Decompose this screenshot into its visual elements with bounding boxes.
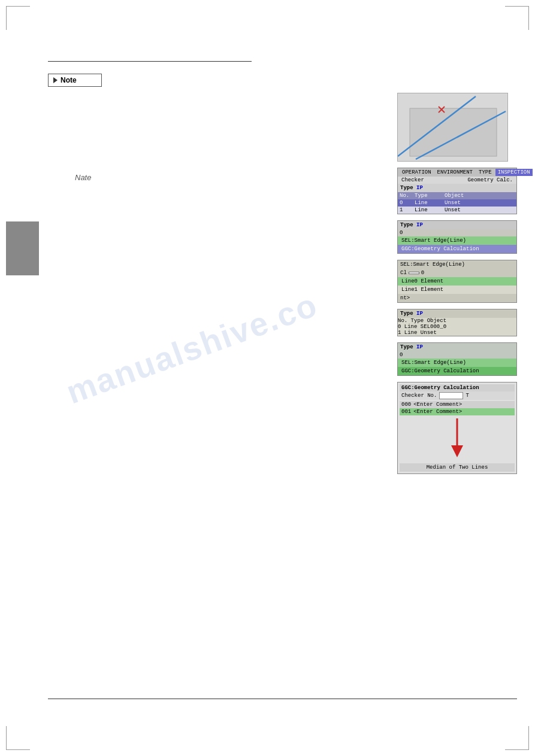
row-sel-ggc: GGC:Geometry Calculation [398, 245, 516, 253]
note-box: Note [48, 74, 102, 87]
checker-row: Checker Geometry Calc. [398, 177, 516, 184]
ss4-row1-obj: Unset [421, 330, 437, 336]
menu-operation: OPERATION [400, 169, 434, 176]
type-row-4: Type IP [398, 309, 516, 318]
ss3-value: 0 [421, 270, 424, 276]
geo-diagram [397, 93, 508, 162]
ss4-row1-type: Line [404, 330, 418, 336]
ss3-top-row: SEL:Smart Edge(Line) [398, 260, 516, 269]
ss3-elem0: Line0 Element [398, 277, 516, 286]
row-index-0: 0 [398, 229, 516, 236]
nate-label: Nate [75, 173, 91, 182]
row1-no: 1 [400, 207, 415, 213]
ss3-dropdown[interactable] [409, 272, 419, 274]
ss6-bottom-label: Median of Two Lines [400, 463, 515, 472]
type-value-4: IP [416, 311, 423, 317]
row0-obj: Unset [445, 200, 515, 206]
sidebar-block [6, 221, 39, 275]
ss4-row1-norm: 1 Line Unset [398, 330, 516, 336]
menu-bar: OPERATION ENVIRONMENT TYPE INSPECTION [398, 168, 516, 177]
screenshots-area: OPERATION ENVIRONMENT TYPE INSPECTION Ch… [397, 93, 517, 474]
screenshot-1: OPERATION ENVIRONMENT TYPE INSPECTION Ch… [397, 168, 517, 214]
ss6-checker-no-label: Checker No. [401, 393, 437, 399]
col-type-4: Type [411, 318, 424, 324]
svg-rect-0 [410, 108, 497, 156]
table-header-4: No. Type Object [398, 318, 516, 324]
ss6-no-001: 001 [401, 409, 411, 415]
ss6-arrow-area [400, 415, 515, 463]
ss6-entry-000: 000 <Enter Comment> [400, 401, 515, 408]
screenshot-3: SEL:Smart Edge(Line) Cl 0 Line0 Element … [397, 260, 517, 303]
screenshot-5: Type IP 0 SEL:Smart Edge(Line) GGC:Geome… [397, 342, 517, 376]
bottom-divider-line [48, 699, 517, 699]
type-ip-row-1: Type IP [398, 184, 516, 192]
row1-obj: Unset [445, 207, 515, 213]
note-label: Note [61, 76, 77, 84]
menu-type: TYPE [476, 169, 494, 176]
ss6-down-arrow-svg [442, 418, 472, 460]
ss5-sel-row: SEL:Smart Edge(Line) [398, 359, 516, 367]
ss4-row0-type: Line [404, 324, 418, 330]
ss6-comment-000: <Enter Comment> [413, 402, 462, 408]
ss4-row1-no: 1 [398, 330, 401, 336]
type-value-5: IP [416, 344, 423, 350]
corner-top-left [6, 6, 30, 30]
ss6-checker-no-row: Checker No. T [400, 391, 515, 400]
ss6-no-000: 000 [401, 402, 411, 408]
ss6-comment-001: <Enter Comment> [413, 409, 462, 415]
ss3-cl: Cl [400, 270, 407, 276]
corner-bottom-right [505, 726, 529, 750]
col-no-header: No. [400, 193, 415, 199]
menu-inspection: INSPECTION [495, 169, 533, 176]
type-value-1: IP [416, 185, 423, 191]
row-sel-smart-edge: SEL:Smart Edge(Line) [398, 236, 516, 245]
col-obj-4: Object [427, 318, 446, 324]
ss5-ggc-row: GGC:Geometry Calculation [398, 367, 516, 375]
ss5-index-0: 0 [398, 351, 516, 359]
ss3-elem1: Line1 Element [398, 286, 516, 294]
col-no-4: No. [398, 318, 407, 324]
row0-no: 0 [400, 200, 415, 206]
corner-top-right [505, 6, 529, 30]
main-content: Note [48, 60, 300, 94]
screenshot-6: GGC:Geometry Calculation Checker No. T 0… [397, 382, 517, 474]
col-obj-header: Object [445, 193, 515, 199]
type-row-2: Type IP [398, 221, 516, 229]
row1-type: Line [415, 207, 445, 213]
ss6-t-label: T [466, 393, 468, 399]
geometry-calc-label: Geometry Calc. [467, 177, 513, 183]
section-title-line [48, 60, 252, 62]
type-value-2: IP [416, 222, 423, 228]
ss6-checker-no-input[interactable] [439, 392, 463, 399]
watermark: manualshive.co [61, 286, 322, 412]
type-row-5: Type IP [398, 343, 516, 351]
ss3-cl-row: Cl 0 [398, 269, 516, 277]
corner-bottom-left [6, 726, 30, 750]
table-row-1-norm: 1 Line Unset [398, 207, 516, 214]
table-row-0-sel: 0 Line Unset [398, 199, 516, 207]
menu-environment: ENVIRONMENT [435, 169, 475, 176]
geo-diagram-svg [398, 93, 508, 162]
note-arrow-icon [53, 77, 58, 83]
svg-marker-6 [451, 445, 463, 457]
table-header-1: No. Type Object [398, 192, 516, 199]
ss4-row0-no: 0 [398, 324, 401, 330]
ss6-entry-001: 001 <Enter Comment> [400, 408, 515, 415]
ss4-row0-obj: SEL000_0 [421, 324, 446, 330]
ss3-bottom-row: nt> [398, 294, 516, 302]
ss6-title: GGC:Geometry Calculation [400, 384, 515, 391]
col-type-header: Type [415, 193, 445, 199]
ss4-row0-sel: 0 Line SEL000_0 [398, 324, 516, 330]
row0-type: Line [415, 200, 445, 206]
screenshot-2: Type IP 0 SEL:Smart Edge(Line) GGC:Geome… [397, 220, 517, 254]
screenshot-4: Type IP No. Type Object 0 Line SEL000_0 … [397, 309, 517, 336]
ss3-enter-label: nt> [400, 295, 410, 301]
checker-label: Checker [401, 177, 424, 183]
ss3-sel-label: SEL:Smart Edge(Line) [400, 262, 465, 268]
